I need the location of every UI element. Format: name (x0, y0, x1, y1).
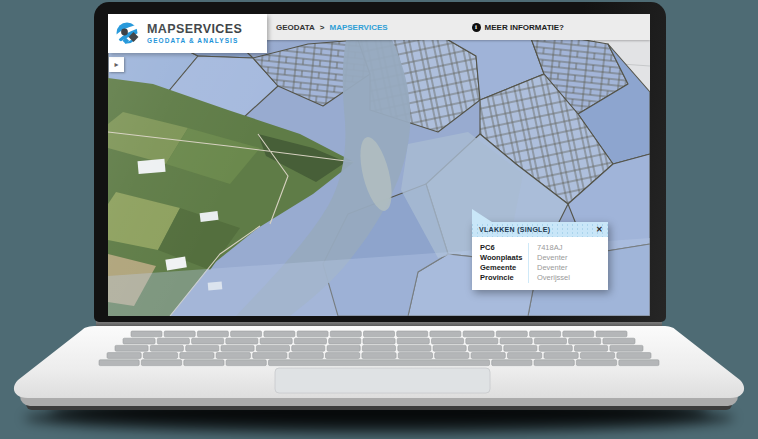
sidebar-toggle-button[interactable]: ▸ (109, 57, 124, 72)
touchpad (275, 368, 490, 393)
logo-subtitle: GEODATA & ANALYSIS (147, 38, 242, 45)
page-background: { "window": { "background_color": "#4e6b… (0, 0, 758, 439)
field-value-provincie: Overijssel (537, 273, 608, 283)
more-information-link[interactable]: i MEER INFORMATIE? (472, 23, 564, 32)
logo-text: MAPSERVICES GEODATA & ANALYSIS (147, 23, 242, 44)
laptop-base (0, 318, 758, 439)
field-label-gemeente: Gemeente (480, 263, 528, 273)
breadcrumb: GEODATA > MAPSERVICES (276, 23, 388, 32)
app-viewport: GEODATA > MAPSERVICES i MEER INFORMATIE?… (108, 14, 650, 316)
field-label-woonplaats: Woonplaats (480, 253, 528, 263)
close-icon[interactable]: ✕ (596, 222, 603, 237)
field-value-pc6: 7418AJ (537, 243, 608, 253)
popup-title: VLAKKEN (SINGLE) (479, 226, 550, 233)
mapservices-logo-icon (115, 21, 141, 47)
breadcrumb-item-mapservices[interactable]: MAPSERVICES (329, 23, 387, 32)
mapservices-logo[interactable]: MAPSERVICES GEODATA & ANALYSIS (108, 14, 267, 53)
info-icon: i (472, 23, 481, 32)
more-information-label: MEER INFORMATIE? (485, 23, 564, 32)
field-label-pc6: PC6 (480, 243, 528, 253)
breadcrumb-separator: > (320, 23, 325, 32)
field-value-woonplaats: Deventer (537, 253, 608, 263)
popup-field-labels: PC6 Woonplaats Gemeente Provincie (472, 243, 528, 283)
feature-info-popup: VLAKKEN (SINGLE) ✕ PC6 Woonplaats Gemeen… (472, 222, 608, 290)
logo-title: MAPSERVICES (147, 23, 242, 36)
field-label-provincie: Provincie (480, 273, 528, 283)
breadcrumb-item-geodata[interactable]: GEODATA (276, 23, 315, 32)
laptop-screen-bezel: GEODATA > MAPSERVICES i MEER INFORMATIE?… (94, 2, 666, 322)
popup-field-values: 7418AJ Deventer Deventer Overijssel (528, 243, 608, 283)
popup-header: VLAKKEN (SINGLE) ✕ (472, 222, 608, 237)
chevron-right-icon: ▸ (114, 60, 118, 69)
field-value-gemeente: Deventer (537, 263, 608, 273)
popup-body: PC6 Woonplaats Gemeente Provincie 7418AJ… (472, 237, 608, 290)
